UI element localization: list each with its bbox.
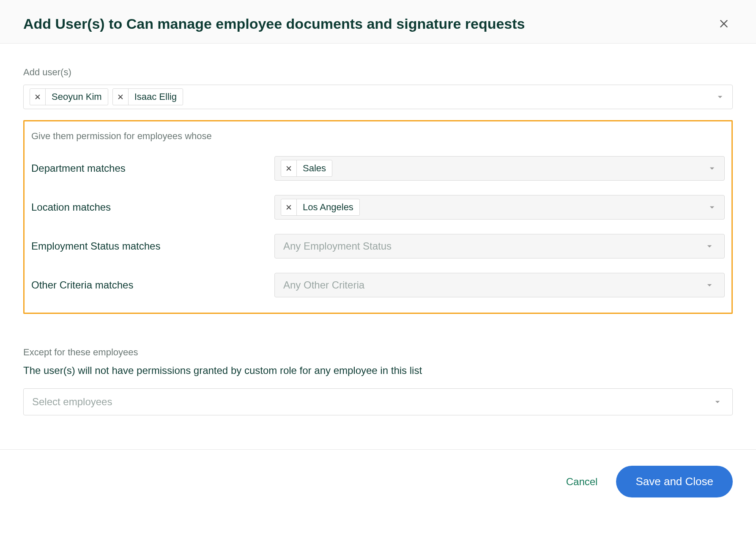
dropdown-caret-icon[interactable] (703, 281, 716, 289)
modal-footer: Cancel Save and Close (0, 449, 756, 514)
dropdown-caret-icon[interactable] (714, 93, 726, 101)
except-employees-select[interactable]: Select employees (23, 388, 733, 415)
remove-user-icon[interactable]: ✕ (113, 89, 129, 105)
modal-title: Add User(s) to Can manage employee docum… (23, 16, 525, 32)
except-label: Except for these employees (23, 347, 733, 358)
department-chip: ✕ Sales (281, 160, 332, 177)
except-description: The user(s) will not have permissions gr… (23, 365, 733, 376)
other-criteria-placeholder: Any Other Criteria (283, 279, 364, 291)
modal-header: Add User(s) to Can manage employee docum… (0, 0, 756, 44)
department-chip-label: Sales (297, 160, 332, 176)
save-and-close-button[interactable]: Save and Close (616, 466, 733, 497)
add-users-modal: Add User(s) to Can manage employee docum… (0, 0, 756, 514)
location-label: Location matches (31, 201, 274, 213)
criteria-highlight-box: Give them permission for employees whose… (23, 120, 733, 314)
criteria-row-location: Location matches ✕ Los Angeles (31, 195, 725, 220)
user-chip: ✕ Seoyun Kim (30, 88, 108, 105)
remove-department-icon[interactable]: ✕ (281, 160, 297, 176)
add-users-select[interactable]: ✕ Seoyun Kim ✕ Isaac Ellig (23, 85, 733, 109)
dropdown-caret-icon[interactable] (703, 242, 716, 250)
employment-status-select[interactable]: Any Employment Status (274, 234, 725, 258)
criteria-intro-label: Give them permission for employees whose (31, 131, 725, 142)
dropdown-caret-icon[interactable] (706, 203, 718, 211)
close-button[interactable] (715, 15, 733, 33)
dropdown-caret-icon[interactable] (711, 398, 724, 406)
location-chip-label: Los Angeles (297, 199, 359, 215)
other-criteria-label: Other Criteria matches (31, 279, 274, 291)
remove-location-icon[interactable]: ✕ (281, 199, 297, 215)
criteria-row-other-criteria: Other Criteria matches Any Other Criteri… (31, 273, 725, 297)
close-icon (718, 18, 729, 29)
location-select[interactable]: ✕ Los Angeles (274, 195, 725, 220)
department-select[interactable]: ✕ Sales (274, 156, 725, 181)
user-chip: ✕ Isaac Ellig (112, 88, 183, 105)
modal-body: Add user(s) ✕ Seoyun Kim ✕ Isaac Ellig G… (0, 44, 756, 449)
remove-user-icon[interactable]: ✕ (30, 89, 46, 105)
other-criteria-select[interactable]: Any Other Criteria (274, 273, 725, 297)
user-chip-label: Seoyun Kim (46, 89, 108, 105)
department-label: Department matches (31, 162, 274, 174)
criteria-row-employment-status: Employment Status matches Any Employment… (31, 234, 725, 258)
dropdown-caret-icon[interactable] (706, 165, 718, 172)
employment-status-placeholder: Any Employment Status (283, 240, 392, 252)
except-placeholder: Select employees (32, 396, 112, 408)
employment-status-label: Employment Status matches (31, 240, 274, 252)
except-section: Except for these employees The user(s) w… (23, 347, 733, 415)
user-chip-label: Isaac Ellig (129, 89, 183, 105)
cancel-button[interactable]: Cancel (563, 472, 601, 492)
location-chip: ✕ Los Angeles (281, 199, 360, 216)
add-users-label: Add user(s) (23, 67, 733, 78)
criteria-row-department: Department matches ✕ Sales (31, 156, 725, 181)
